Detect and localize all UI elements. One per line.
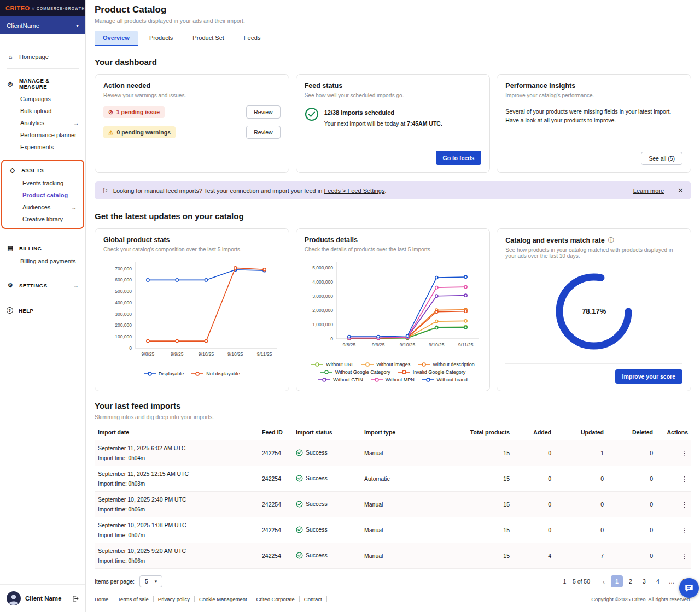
sidebar-item-experiments[interactable]: Experiments [0, 141, 85, 153]
sidebar-item-homepage[interactable]: ⌂ Homepage [0, 51, 85, 63]
footer-link-home[interactable]: Home [95, 596, 113, 602]
row-actions-button[interactable]: ⋮ [656, 517, 691, 543]
row-actions-button[interactable]: ⋮ [656, 492, 691, 517]
footer-link-corporate[interactable]: Criteo Corporate [252, 596, 300, 602]
updated-count: 1 [555, 440, 607, 466]
page-button[interactable]: 2 [625, 575, 637, 587]
footer-link-privacy[interactable]: Privacy policy [154, 596, 195, 602]
sidebar-item-bulk-upload[interactable]: Bulk upload [0, 105, 85, 117]
page-button[interactable]: 4 [652, 575, 664, 587]
chat-widget-button[interactable] [679, 578, 699, 598]
import-date-cell: September 10, 2025 2:40 PM UTCImport tim… [95, 492, 259, 517]
page-button[interactable]: 3 [638, 575, 650, 587]
sidebar-item-label: Creative library [22, 216, 63, 222]
sidebar-item-analytics[interactable]: Analytics→ [0, 117, 85, 129]
close-icon[interactable]: ✕ [678, 186, 684, 195]
card-footer: Go to feeds [305, 145, 482, 165]
logout-icon[interactable] [72, 595, 79, 602]
card-subtitle: Improve your catalog's performance. [505, 92, 682, 98]
import-date: September 11, 2025 12:15 AM UTC [98, 470, 255, 477]
global-product-stats-card: Global product stats Check your catalog'… [95, 228, 289, 391]
brand-bar: CRITEO // COMMERCE·GROWTH [0, 0, 85, 16]
svg-text:9/11/25: 9/11/25 [257, 351, 272, 357]
footer-link-contact[interactable]: Contact [300, 596, 327, 602]
section-label: SETTINGS [19, 283, 48, 289]
import-date: September 10, 2025 9:20 AM UTC [98, 548, 255, 554]
sidebar-section-settings[interactable]: ⚙ SETTINGS → [0, 279, 85, 292]
legend-item: Without GTIN [318, 377, 363, 382]
review-issues-button[interactable]: Review [246, 105, 280, 119]
client-selector[interactable]: ClientName ▾ [0, 16, 85, 34]
feed-id: 242254 [259, 543, 293, 569]
svg-text:9/11/25: 9/11/25 [458, 342, 473, 348]
row-actions-button[interactable]: ⋮ [656, 543, 691, 569]
divider [7, 298, 79, 298]
measure-icon: ◎ [7, 80, 14, 87]
svg-text:9/9/25: 9/9/25 [171, 351, 184, 357]
sidebar-item-performance-planner[interactable]: Performance planner [0, 129, 85, 141]
banner-text: Looking for manual feed imports? Test yo… [113, 187, 387, 194]
import-type: Manual [361, 543, 443, 569]
tab-products[interactable]: Products [141, 31, 181, 46]
products-details-chart: 01,000,0002,000,0003,000,0004,000,0005,0… [305, 257, 482, 356]
card-title: Feed status [305, 82, 482, 90]
review-warnings-button[interactable]: Review [246, 126, 280, 139]
page-prev-button[interactable]: ‹ [598, 578, 609, 586]
status-badge: Success [296, 449, 328, 456]
blocked-icon: ⊘ [108, 109, 113, 115]
row-actions-button[interactable]: ⋮ [656, 466, 691, 492]
deleted-count: 0 [607, 492, 656, 517]
card-subtitle: Check your catalog's composition over th… [103, 246, 281, 252]
sidebar-item-events-tracking[interactable]: Events tracking [2, 177, 83, 189]
row-actions-button[interactable]: ⋮ [656, 440, 691, 466]
import-date: September 10, 2025 2:40 PM UTC [98, 496, 255, 503]
sidebar-item-creative-library[interactable]: Creative library [2, 213, 83, 225]
tab-feeds[interactable]: Feeds [236, 31, 269, 46]
svg-text:9/9/25: 9/9/25 [372, 342, 385, 348]
sidebar-item-campaigns[interactable]: Campaigns [0, 93, 85, 105]
tab-product-set[interactable]: Product Set [184, 31, 232, 46]
page-button[interactable]: 1 [611, 575, 623, 587]
improve-score-button[interactable]: Improve your score [615, 369, 682, 384]
tab-overview[interactable]: Overview [95, 31, 138, 46]
sidebar-section-billing[interactable]: ▤ BILLING [0, 242, 85, 255]
sidebar-item-billing-and-payments[interactable]: Billing and payments [0, 255, 85, 267]
see-all-button[interactable]: See all (5) [641, 152, 682, 165]
total-products: 15 [443, 517, 513, 543]
sidebar-item-product-catalog[interactable]: Product catalog [2, 189, 83, 201]
next-import-line: Your next import will be today at 7:45AM… [324, 119, 442, 130]
sidebar-item-label: Billing and payments [20, 258, 76, 264]
pending-warning-row: ⚠ 0 pending warnings Review [103, 126, 281, 139]
footer-link-cookie[interactable]: Cookie Management [195, 596, 252, 602]
go-to-feeds-button[interactable]: Go to feeds [436, 151, 482, 165]
footer-link-terms[interactable]: Terms of sale [113, 596, 154, 602]
sidebar-section-manage-measure[interactable]: ◎ MANAGE & MEASURE [0, 74, 85, 93]
sidebar-section-assets[interactable]: ◇ ASSETS [2, 163, 83, 177]
svg-text:9/10/25: 9/10/25 [228, 351, 243, 357]
sidebar-nav: ⌂ Homepage ◎ MANAGE & MEASURE Campaigns … [0, 34, 85, 584]
import-time: Import time: 0h06m [98, 558, 255, 564]
import-type: Manual [361, 492, 443, 517]
legend-item: Not displayable [191, 371, 240, 376]
flag-icon: ⚐ [102, 187, 108, 195]
info-icon[interactable]: ⓘ [608, 236, 614, 244]
items-per-page-select[interactable]: 5 ▾ [139, 575, 162, 587]
import-date-cell: September 11, 2025 6:02 AM UTCImport tim… [95, 440, 259, 466]
card-subtitle: See how well your scheduled imports go. [305, 92, 482, 98]
card-title: Catalog and events match rate ⓘ [505, 236, 682, 244]
table-row: September 10, 2025 1:08 PM UTCImport tim… [95, 517, 691, 543]
import-type: Manual [361, 440, 443, 466]
products-details-card: Products details Check the details of pr… [296, 228, 491, 391]
svg-text:9/10/25: 9/10/25 [199, 351, 214, 357]
user-footer[interactable]: Client Name [0, 584, 85, 612]
feed-settings-link[interactable]: Feeds > Feed Settings [324, 187, 384, 194]
feed-status-card: Feed status See how well your scheduled … [296, 74, 491, 173]
sidebar-item-label: Performance planner [20, 132, 77, 138]
import-date: September 10, 2025 1:08 PM UTC [98, 522, 255, 528]
match-rate-value: 78.17% [582, 307, 606, 315]
sidebar-section-help[interactable]: ? HELP [0, 304, 85, 317]
col-import-type: Import type [361, 425, 443, 440]
learn-more-link[interactable]: Learn more [633, 187, 664, 194]
sidebar-item-audiences[interactable]: Audiences→ [2, 201, 83, 213]
svg-text:0: 0 [330, 336, 333, 342]
